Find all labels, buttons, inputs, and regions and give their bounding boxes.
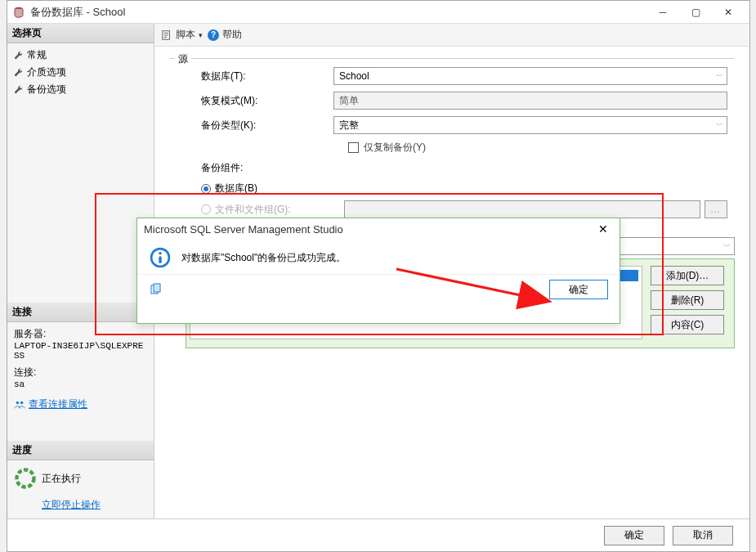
remove-destination-button[interactable]: 删除(R): [651, 290, 724, 310]
wrench-icon: [12, 50, 24, 61]
nav-general-label: 常规: [27, 48, 47, 62]
svg-point-3: [17, 470, 34, 487]
svg-point-1: [16, 401, 20, 404]
type-label: 备份类型(K):: [186, 119, 333, 132]
recovery-mode-field: 简单: [333, 92, 727, 110]
people-icon: [14, 399, 25, 411]
progress-header: 进度: [7, 441, 154, 460]
script-label: 脚本: [176, 28, 195, 42]
toolbar: 脚本 ▾ ? 帮助: [154, 24, 749, 47]
files-filegroups-field: [344, 200, 700, 218]
copy-only-label: 仅复制备份(Y): [364, 141, 426, 155]
connection-body: 服务器: LAPTOP-IN3E6IJP\SQLEXPRESS 连接: sa 查…: [7, 322, 154, 416]
contents-button[interactable]: 内容(C): [651, 315, 724, 334]
help-label: 帮助: [222, 28, 242, 42]
database-icon: [12, 6, 25, 19]
group-source: 源 数据库(T): School ﹀ 恢复模式(M):: [169, 58, 735, 229]
help-icon: ?: [208, 29, 219, 41]
radio-unchecked-icon: [201, 204, 211, 214]
chevron-down-icon: ﹀: [716, 120, 723, 131]
minimize-button[interactable]: ─: [646, 1, 679, 24]
help-button[interactable]: ? 帮助: [208, 28, 242, 42]
component-label: 备份组件:: [186, 161, 333, 175]
nav-media-options[interactable]: 介质选项: [9, 64, 152, 81]
left-panel: 选择页 常规 介质选项 备份选项 连接 服务器: LAPTOP: [7, 24, 154, 518]
radio-database[interactable]: 数据库(B): [186, 182, 727, 195]
script-button[interactable]: 脚本 ▾: [161, 28, 203, 42]
info-icon: [149, 246, 172, 269]
server-label: 服务器:: [14, 327, 147, 341]
cancel-button[interactable]: 取消: [673, 526, 733, 545]
view-conn-props-link[interactable]: 查看连接属性: [29, 397, 87, 411]
chevron-down-icon: ﹀: [716, 71, 723, 82]
recovery-label: 恢复模式(M):: [186, 94, 333, 108]
titlebar: 备份数据库 - School ─ ▢ ✕: [7, 1, 749, 24]
wrench-icon: [12, 67, 24, 79]
radio-files-label: 文件和文件组(G):: [215, 203, 291, 217]
database-combo[interactable]: School ﹀: [333, 67, 727, 85]
backup-success-dialog: Microsoft SQL Server Management Studio ✕…: [136, 218, 620, 324]
stop-action-link[interactable]: 立即停止操作: [42, 499, 101, 510]
svg-point-7: [159, 252, 162, 255]
dialog-ok-button[interactable]: 确定: [549, 280, 608, 299]
footer-bar: 确定 取消: [7, 518, 749, 551]
add-destination-button[interactable]: 添加(D)…: [651, 266, 724, 285]
conn-value: sa: [14, 379, 147, 389]
select-page-header: 选择页: [7, 24, 154, 43]
connection-header: 连接: [7, 303, 154, 322]
type-value: 完整: [339, 119, 359, 132]
chevron-down-icon: ﹀: [723, 241, 731, 252]
server-value: LAPTOP-IN3E6IJP\SQLEXPRESS: [14, 341, 147, 361]
dialog-close-button[interactable]: ✕: [593, 221, 613, 237]
dialog-title: Microsoft SQL Server Management Studio: [144, 223, 593, 236]
copy-icon[interactable]: [149, 283, 162, 296]
radio-files: 文件和文件组(G): …: [186, 200, 727, 218]
copy-only-checkbox[interactable]: 仅复制备份(Y): [333, 141, 426, 155]
window-title: 备份数据库 - School: [30, 5, 646, 20]
browse-button[interactable]: …: [705, 200, 727, 218]
dialog-message: 对数据库"School"的备份已成功完成。: [181, 251, 346, 265]
conn-label: 连接:: [14, 366, 147, 379]
maximize-button[interactable]: ▢: [679, 1, 712, 24]
svg-rect-8: [159, 256, 162, 263]
ok-button[interactable]: 确定: [604, 526, 664, 545]
spinner-icon: [14, 467, 37, 490]
nav-general[interactable]: 常规: [9, 47, 152, 64]
close-button[interactable]: ✕: [712, 1, 745, 24]
database-value: School: [339, 70, 369, 82]
nav-media-label: 介质选项: [27, 65, 66, 79]
radio-checked-icon: [201, 184, 211, 194]
nav-backup-options[interactable]: 备份选项: [9, 81, 152, 98]
radio-db-label: 数据库(B): [215, 182, 257, 195]
svg-point-2: [20, 401, 24, 404]
progress-body: 正在执行 立即停止操作: [7, 460, 154, 518]
db-label: 数据库(T):: [186, 70, 333, 83]
nav-backup-label: 备份选项: [27, 83, 66, 96]
wrench-icon: [12, 84, 24, 96]
script-icon: [161, 29, 172, 41]
backup-type-combo[interactable]: 完整 ﹀: [333, 116, 727, 134]
progress-text: 正在执行: [42, 472, 81, 486]
svg-rect-10: [154, 284, 160, 292]
checkbox-box-icon: [348, 142, 359, 153]
recovery-value: 简单: [339, 94, 359, 108]
nav-list: 常规 介质选项 备份选项: [7, 43, 154, 101]
group-source-title: 源: [175, 52, 191, 66]
